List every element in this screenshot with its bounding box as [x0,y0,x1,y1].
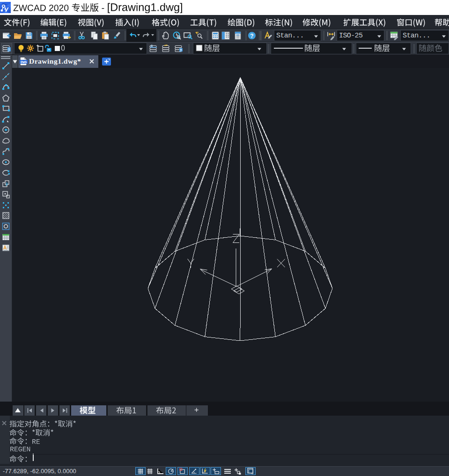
svg-text:?: ? [250,33,253,39]
svg-text:DWG: DWG [21,60,27,64]
